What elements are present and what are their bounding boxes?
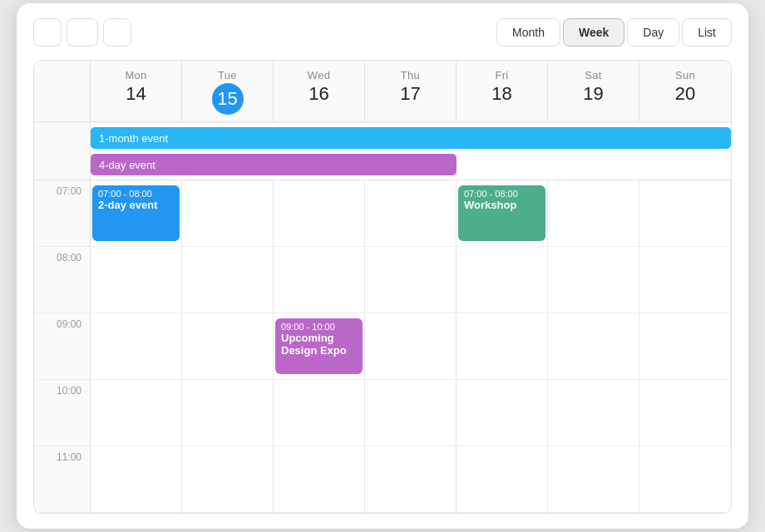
day-name: Fri [457, 69, 547, 81]
time-cell-r3-c0 [91, 380, 182, 446]
time-cell-r3-c6 [639, 380, 731, 446]
allday-event-1[interactable]: 4-day event [91, 154, 457, 175]
time-cell-r3-c2 [274, 380, 365, 446]
time-cell-r1-c1 [182, 247, 274, 313]
time-label-0: 07:00 [34, 180, 91, 247]
day-header-sat: Sat 19 [548, 61, 639, 122]
time-cell-r0-c6 [639, 180, 731, 247]
time-label-3: 10:00 [34, 380, 91, 446]
time-cell-r2-c6 [639, 313, 731, 380]
day-name: Thu [365, 69, 456, 81]
day-header-fri: Fri 18 [457, 61, 548, 122]
header-spacer [34, 61, 91, 122]
day-num: 17 [365, 83, 456, 105]
day-header-sun: Sun 20 [639, 61, 731, 122]
day-name: Wed [274, 69, 364, 81]
day-num: 14 [91, 83, 181, 105]
time-cell-r0-c3 [365, 180, 457, 247]
event-upcoming-design-expo[interactable]: 09:00 - 10:00Upcoming Design Expo [275, 318, 363, 374]
nav-group [33, 18, 131, 47]
day-num: 19 [548, 83, 639, 105]
allday-label [34, 122, 91, 180]
view-list-button[interactable]: List [682, 18, 732, 47]
day-name: Mon [91, 69, 181, 81]
calendar-container: Month Week Day List Mon 14Tue 15Wed 16Th… [17, 3, 748, 529]
time-cell-r1-c5 [548, 247, 639, 313]
time-cell-r1-c3 [365, 247, 457, 313]
time-cell-r0-c1 [182, 180, 274, 247]
time-cell-r1-c0 [91, 247, 182, 313]
time-cell-r4-c6 [639, 446, 731, 513]
day-name: Sun [639, 69, 731, 81]
time-cell-r2-c0 [91, 313, 182, 380]
event-workshop[interactable]: 07:00 - 08:00Workshop [458, 185, 545, 241]
event-2-day-event[interactable]: 07:00 - 08:002-day event [92, 185, 180, 241]
time-label-2: 09:00 [34, 313, 91, 380]
allday-event-0[interactable]: 1-month event [91, 127, 731, 149]
time-cell-r3-c3 [365, 380, 457, 446]
time-cell-r2-c3 [365, 313, 457, 380]
time-cell-r2-c2: 09:00 - 10:00Upcoming Design Expo [274, 313, 365, 380]
time-cell-r2-c4 [457, 313, 548, 380]
day-header-mon: Mon 14 [91, 61, 182, 122]
time-label-4: 11:00 [34, 446, 91, 513]
time-cell-r3-c5 [548, 380, 639, 446]
time-label-1: 08:00 [34, 247, 91, 313]
time-cell-r0-c2 [274, 180, 365, 247]
next-button[interactable] [103, 18, 131, 47]
time-cell-r0-c0: 07:00 - 08:002-day event [91, 180, 182, 247]
view-day-button[interactable]: Day [627, 18, 679, 47]
allday-area: 1-month event4-day event [91, 122, 731, 180]
view-group: Month Week Day List [496, 18, 732, 47]
day-name: Tue [182, 69, 273, 81]
day-num: 18 [457, 83, 547, 105]
view-month-button[interactable]: Month [496, 18, 560, 47]
time-cell-r4-c5 [548, 446, 639, 513]
time-cell-r2-c5 [548, 313, 639, 380]
day-num: 16 [274, 83, 364, 105]
today-button[interactable] [67, 18, 98, 47]
time-cell-r4-c3 [365, 446, 457, 513]
day-name: Sat [548, 69, 639, 81]
time-cell-r4-c4 [457, 446, 548, 513]
calendar-grid: Mon 14Tue 15Wed 16Thu 17Fri 18Sat 19Sun … [33, 60, 732, 514]
day-num-today: 15 [212, 83, 244, 115]
day-header-wed: Wed 16 [274, 61, 365, 122]
time-cell-r4-c2 [274, 446, 365, 513]
time-cell-r0-c5 [548, 180, 639, 247]
prev-button[interactable] [33, 18, 62, 47]
calendar-header: Month Week Day List [33, 18, 732, 47]
time-cell-r0-c4: 07:00 - 08:00Workshop [457, 180, 548, 247]
day-header-tue: Tue 15 [182, 61, 274, 122]
time-cell-r1-c6 [639, 247, 731, 313]
time-cell-r1-c4 [457, 247, 548, 313]
view-week-button[interactable]: Week [563, 18, 624, 47]
day-header-thu: Thu 17 [365, 61, 457, 122]
time-cell-r2-c1 [182, 313, 274, 380]
time-cell-r3-c4 [457, 380, 548, 446]
time-cell-r4-c0 [91, 446, 182, 513]
time-cell-r1-c2 [274, 247, 365, 313]
day-num: 20 [639, 83, 731, 105]
time-cell-r4-c1 [182, 446, 274, 513]
time-cell-r3-c1 [182, 380, 274, 446]
